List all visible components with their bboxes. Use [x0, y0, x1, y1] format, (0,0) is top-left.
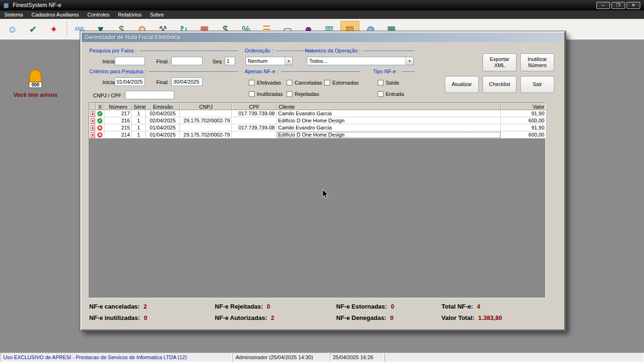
- column-header-valor[interactable]: Valor: [501, 103, 546, 110]
- cell-cpf: [232, 117, 277, 124]
- pdf-icon[interactable]: [91, 132, 95, 138]
- cell-cnpj: 29.175.702/0002-79: [180, 131, 232, 138]
- checkbox-rejeitadas[interactable]: Rejeitadas: [287, 91, 319, 97]
- checkbox-efetivadas[interactable]: Efetivadas: [249, 80, 281, 86]
- data-final-input[interactable]: [171, 78, 203, 86]
- cell-emissao: 01/04/2025: [146, 131, 180, 138]
- dialog-client-area: Pesquisa por Faixa : Inicial : Final : S…: [82, 42, 564, 329]
- cell-cliente: Camilo Evandro Garcia: [277, 110, 501, 117]
- customers-icon[interactable]: ☺: [3, 21, 22, 38]
- summary-valor-total: Valor Total:1.383,80: [441, 314, 502, 321]
- statusbar-filler: [384, 353, 644, 362]
- seq-input[interactable]: [225, 57, 235, 65]
- cell-emissao: 02/04/2025: [146, 117, 180, 124]
- natureza-select[interactable]: Todos... ▼: [307, 57, 414, 65]
- column-header-status[interactable]: X: [96, 103, 104, 110]
- cell-cpf: [232, 131, 277, 138]
- dialog-titlebar[interactable]: Gerenciador de Nota Fiscal Eletrônica: [82, 33, 564, 42]
- checkbox-saida[interactable]: Saida: [378, 80, 399, 86]
- menu-item[interactable]: Sistema: [0, 10, 27, 19]
- chevron-down-icon[interactable]: ▼: [406, 57, 413, 65]
- summary-canceladas: NF-e canceladas:2: [89, 303, 147, 310]
- cell-serie: 1: [132, 117, 146, 124]
- cell-emissao: 02/04/2025: [146, 110, 180, 117]
- close-button[interactable]: ✕: [627, 2, 640, 9]
- sair-button[interactable]: Sair: [520, 76, 554, 93]
- summary-total: Total NF-e:4: [441, 303, 480, 310]
- summary-autorizadas: NF-e Autorizadas:2: [215, 314, 274, 321]
- faixa-final-input[interactable]: [171, 57, 203, 65]
- window-title: FinestSystem NF-e: [13, 2, 61, 9]
- column-header-serie[interactable]: Série: [132, 103, 146, 110]
- menu-item[interactable]: Relatórios: [114, 10, 146, 19]
- pdf-icon[interactable]: [91, 125, 95, 131]
- table-row[interactable]: ✔ 217 1 02/04/2025 017.739.739-08 Camilo…: [89, 110, 546, 117]
- checkbox-entrada[interactable]: Entrada: [378, 91, 404, 97]
- chevron-down-icon[interactable]: ▼: [285, 57, 292, 65]
- checkbox-inutilizadas[interactable]: Inutilizadas: [249, 91, 283, 97]
- window-titlebar: ▦ FinestSystem NF-e ─ ❐ ✕: [0, 0, 644, 10]
- summary-estornadas: NF-e Estornadas:0: [336, 303, 394, 310]
- faixa-inicial-input[interactable]: [115, 57, 145, 65]
- status-bar: Uso EXCLUSIVO de APRESI - Prestacao de S…: [0, 353, 644, 362]
- pdf-icon[interactable]: [91, 111, 95, 117]
- group-apenas-nfe: Apenas NF-e :: [245, 69, 360, 74]
- cell-serie: 1: [132, 124, 146, 131]
- menu-item[interactable]: Controles: [83, 10, 114, 19]
- column-header-cnpj[interactable]: CNPJ: [180, 103, 232, 110]
- cell-serie: 1: [132, 131, 146, 138]
- faixa-final-label: Final :: [156, 59, 170, 64]
- menu-item[interactable]: Sobre: [146, 10, 168, 19]
- statusbar-user: Administrador (25/04/2025 14:30): [232, 353, 329, 362]
- pdf-icon[interactable]: [91, 118, 95, 124]
- delivery-check-icon[interactable]: ✔: [24, 21, 42, 38]
- cell-numero: 217: [104, 110, 132, 117]
- checkbox-estornadas[interactable]: Estornadas: [324, 80, 359, 86]
- cell-cpf: 017.739.739-08: [232, 110, 277, 117]
- checklist-button[interactable]: Checklist: [483, 76, 517, 93]
- notification-bell[interactable]: 000 Você tem avisos: [5, 68, 66, 98]
- summary-rejeitadas: NF-e Rejeitadas:0: [215, 303, 270, 310]
- column-header-numero[interactable]: Número: [104, 103, 132, 110]
- statusbar-license: Uso EXCLUSIVO de APRESI - Prestacao de S…: [0, 353, 231, 362]
- menu-bar: SistemaCadastros AuxiliaresControlesRela…: [0, 10, 644, 19]
- table-row[interactable]: ✖ 214 1 01/04/2025 29.175.702/0002-79 Ed…: [89, 131, 546, 138]
- cell-cnpj: [180, 124, 232, 131]
- minimize-button[interactable]: ─: [596, 2, 610, 9]
- summary-inutilizadas: NF-e inutilizadas:0: [89, 314, 147, 321]
- cell-serie: 1: [132, 110, 146, 117]
- status-icon: ✔: [97, 111, 102, 116]
- app-window: ▦ FinestSystem NF-e ─ ❐ ✕ SistemaCadastr…: [0, 0, 644, 362]
- column-header-cliente[interactable]: Cliente: [277, 103, 501, 110]
- maximize-button[interactable]: ❐: [611, 2, 625, 9]
- column-header-cpf[interactable]: CPF: [232, 103, 277, 110]
- cell-numero: 214: [104, 131, 132, 138]
- table-row[interactable]: ✔ 216 1 02/04/2025 29.175.702/0002-79 Ed…: [89, 117, 546, 124]
- cnpj-cpf-input[interactable]: [125, 91, 174, 99]
- window-controls: ─ ❐ ✕: [596, 2, 642, 9]
- data-inicial-input[interactable]: [115, 78, 145, 86]
- cell-valor: 91,90: [501, 124, 546, 131]
- table-row[interactable]: ✖ 215 1 01/04/2025 017.739.739-08 Camilo…: [89, 124, 546, 131]
- cell-cnpj: 29.175.702/0002-79: [180, 117, 232, 124]
- summary-denegadas: NF-e Denegadas:0: [336, 314, 393, 321]
- menu-item[interactable]: Cadastros Auxiliares: [27, 10, 83, 19]
- checkbox-canceladas[interactable]: Canceladas: [287, 80, 322, 86]
- inutilizar-numero-button[interactable]: Inutilizar Número: [520, 53, 554, 71]
- cell-valor: 91,90: [501, 110, 546, 117]
- cell-cnpj: [180, 110, 232, 117]
- toolbar-separator: [67, 22, 67, 37]
- group-natureza-operacao: Natureza da Operação :: [305, 48, 415, 53]
- dialog-gerenciador-nfe: Gerenciador de Nota Fiscal Eletrônica Pe…: [80, 31, 566, 331]
- notification-message: Você tem avisos: [13, 92, 57, 98]
- cell-cpf: 017.739.739-08: [232, 124, 277, 131]
- ordenacao-select[interactable]: Nenhum ▼: [246, 57, 293, 65]
- gift-icon[interactable]: ✦: [44, 21, 63, 38]
- cnpj-cpf-label: CNPJ / CPF :: [93, 93, 124, 98]
- exportar-xml-button[interactable]: Exportar XML: [483, 53, 517, 71]
- column-header-pdf[interactable]: [89, 103, 96, 110]
- atualizar-button[interactable]: Atualizar: [445, 76, 479, 93]
- column-header-emissao[interactable]: Emissão: [146, 103, 180, 110]
- status-icon: ✔: [97, 118, 102, 123]
- cell-cliente: Edifício D One Home Design: [277, 131, 501, 138]
